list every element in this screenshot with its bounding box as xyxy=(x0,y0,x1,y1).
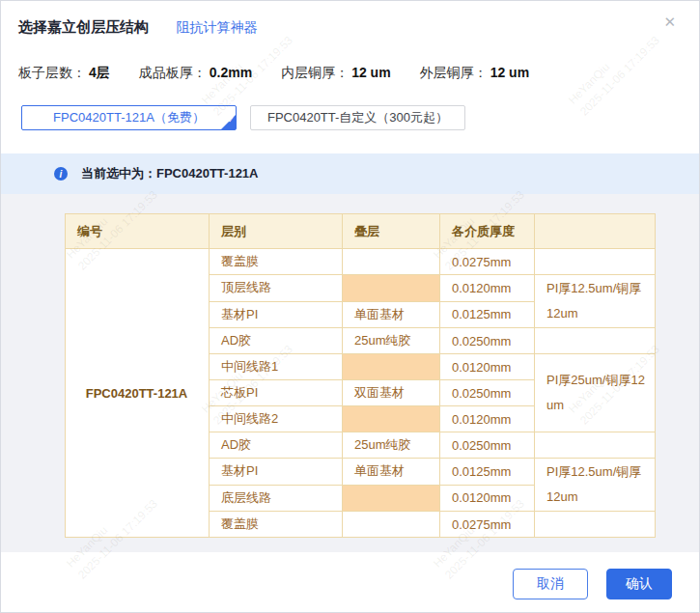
dialog-header: 选择嘉立创层压结构 阻抗计算神器 ✕ xyxy=(1,1,699,40)
param-label: 外层铜厚： xyxy=(420,65,488,80)
tab-label: FPC0420TT-自定义（300元起） xyxy=(267,110,448,125)
param-value: 4层 xyxy=(89,65,110,80)
selected-check-icon: ✓ xyxy=(227,108,235,131)
param-value: 12 um xyxy=(490,65,529,80)
param-group: 内层铜厚：12 um xyxy=(281,65,390,82)
stack-tabs: FPC0420TT-121A（免费）✓FPC0420TT-自定义（300元起） xyxy=(1,105,699,130)
layer-cell: 中间线路2 xyxy=(210,406,343,432)
column-header: 各介质厚度 xyxy=(440,214,535,249)
stack-cell: 单面基材 xyxy=(343,301,440,328)
impedance-calculator-link[interactable]: 阻抗计算神器 xyxy=(176,19,257,35)
layer-cell: 覆盖膜 xyxy=(210,249,343,275)
thickness-cell: 0.0250mm xyxy=(440,328,535,354)
param-label: 成品板厚： xyxy=(139,65,207,80)
param-label: 板子层数： xyxy=(18,65,86,80)
layer-cell: AD胶 xyxy=(210,432,343,459)
layer-cell: AD胶 xyxy=(210,328,343,354)
layer-cell: 覆盖膜 xyxy=(210,512,343,538)
stack-cell: 25um纯胶 xyxy=(343,432,440,459)
thickness-cell: 0.0120mm xyxy=(440,354,535,380)
thickness-cell: 0.0275mm xyxy=(440,249,535,275)
dialog-footer: 取消 确认 xyxy=(1,552,699,612)
param-group: 外层铜厚：12 um xyxy=(420,65,529,82)
board-params: 板子层数：4层成品板厚：0.2mm内层铜厚：12 um外层铜厚：12 um xyxy=(1,65,699,82)
note-cell: PI厚12.5um/铜厚12um xyxy=(535,459,656,512)
tab-option-0[interactable]: FPC0420TT-121A（免费）✓ xyxy=(21,105,237,130)
notice-bar: i 当前选中为：FPC0420TT-121A xyxy=(1,153,699,194)
param-group: 成品板厚：0.2mm xyxy=(139,65,252,82)
thickness-cell: 0.0120mm xyxy=(440,485,535,512)
stack-cell xyxy=(343,485,440,512)
layer-stack-dialog: 选择嘉立创层压结构 阻抗计算神器 ✕ 板子层数：4层成品板厚：0.2mm内层铜厚… xyxy=(0,0,700,613)
note-cell xyxy=(535,432,656,459)
thickness-cell: 0.0125mm xyxy=(440,301,535,328)
thickness-cell: 0.0250mm xyxy=(440,380,535,406)
stack-cell xyxy=(343,512,440,538)
stack-cell xyxy=(343,249,440,275)
info-icon: i xyxy=(54,167,68,181)
layer-cell: 芯板PI xyxy=(210,380,343,406)
param-label: 内层铜厚： xyxy=(281,65,349,80)
stack-cell xyxy=(343,354,440,380)
stack-cell xyxy=(343,275,440,302)
note-cell: PI厚25um/铜厚12um xyxy=(535,354,656,432)
param-group: 板子层数：4层 xyxy=(18,65,110,82)
note-cell xyxy=(535,512,656,538)
close-icon[interactable]: ✕ xyxy=(663,14,676,31)
layer-stack-table: 编号层别叠层各介质厚度FPC0420TT-121A覆盖膜0.0275mm顶层线路… xyxy=(65,213,656,538)
cancel-button[interactable]: 取消 xyxy=(513,569,588,599)
note-cell xyxy=(535,249,656,275)
table-row: FPC0420TT-121A覆盖膜0.0275mm xyxy=(66,249,656,275)
column-header: 叠层 xyxy=(343,214,440,249)
thickness-cell: 0.0120mm xyxy=(440,275,535,302)
tab-option-1[interactable]: FPC0420TT-自定义（300元起） xyxy=(250,105,465,130)
layer-cell: 基材PI xyxy=(210,301,343,328)
layer-cell: 顶层线路 xyxy=(210,275,343,302)
thickness-cell: 0.0275mm xyxy=(440,512,535,538)
table-area: 编号层别叠层各介质厚度FPC0420TT-121A覆盖膜0.0275mm顶层线路… xyxy=(1,194,699,552)
tab-label: FPC0420TT-121A（免费） xyxy=(53,110,205,125)
stack-cell xyxy=(343,406,440,432)
param-value: 12 um xyxy=(351,65,390,80)
confirm-button[interactable]: 确认 xyxy=(606,569,672,599)
layer-cell: 底层线路 xyxy=(210,485,343,512)
thickness-cell: 0.0125mm xyxy=(440,459,535,486)
notice-text: 当前选中为：FPC0420TT-121A xyxy=(81,165,259,182)
thickness-cell: 0.0250mm xyxy=(440,432,535,459)
note-cell: PI厚12.5um/铜厚12um xyxy=(535,275,656,328)
note-cell xyxy=(535,328,656,354)
thickness-cell: 0.0120mm xyxy=(440,406,535,432)
dialog-title: 选择嘉立创层压结构 xyxy=(18,18,149,35)
column-header: 层别 xyxy=(210,214,343,249)
layer-cell: 中间线路1 xyxy=(210,354,343,380)
column-header: 编号 xyxy=(66,214,210,249)
model-cell: FPC0420TT-121A xyxy=(66,249,210,538)
layer-cell: 基材PI xyxy=(210,459,343,486)
stack-cell: 25um纯胶 xyxy=(343,328,440,354)
stack-cell: 单面基材 xyxy=(343,459,440,486)
column-header xyxy=(535,214,656,249)
param-value: 0.2mm xyxy=(210,65,252,80)
stack-cell: 双面基材 xyxy=(343,380,440,406)
